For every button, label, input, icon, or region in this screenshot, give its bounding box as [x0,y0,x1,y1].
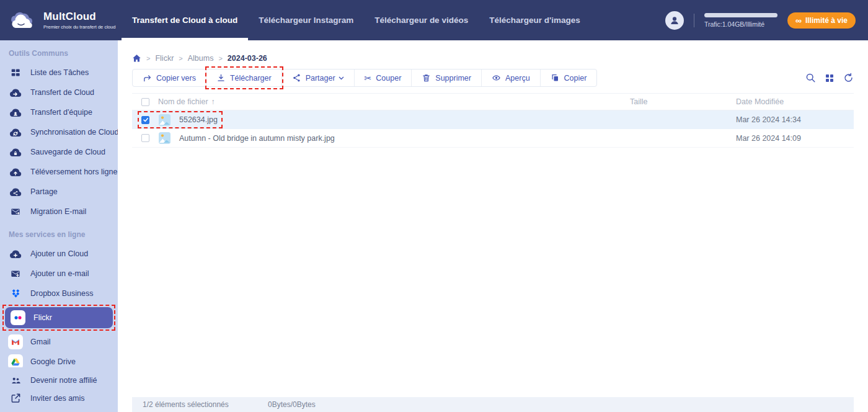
logo[interactable]: MultCloud Premier choix du transfert de … [0,11,122,30]
cloud-upload-icon [9,167,22,177]
sidebar-item-task-list[interactable]: Liste des Tâches [0,63,118,83]
toolbar-button-label: Télécharger [230,74,272,83]
sidebar-bottom: Devenir notre affilié Inviter des amis [0,367,118,412]
image-file-icon [159,114,170,126]
dropbox-icon [9,288,22,300]
user-avatar[interactable] [665,11,684,30]
sidebar-item-label: Transfert d'équipe [30,108,92,117]
filelist-header: Nom de fichier ↑ Taille Date Modifiée [132,93,854,110]
sidebar-item-share[interactable]: Partage [0,182,118,202]
status-bar: 1/2 éléments sélectionnés 0Bytes/0Bytes [132,397,854,412]
breadcrumb-flickr[interactable]: Flickr [155,54,174,63]
tab-cloud-transfer[interactable]: Transfert de Cloud à cloud [122,0,248,40]
row-checkbox[interactable] [141,134,149,142]
sidebar-item-cloud-sync[interactable]: Synchronisation de Cloud [0,122,118,142]
sidebar-item-dropbox-business[interactable]: Dropbox Business [0,284,118,303]
highlight-box-flickr: Flickr [2,305,115,331]
tab-image-downloader[interactable]: Téléchargeur d'images [479,0,591,40]
sidebar: Outils Communs Liste des Tâches Transfer… [0,40,118,412]
cloud-add-icon [9,249,22,259]
flickr-icon [11,310,25,325]
sidebar-item-team-transfer[interactable]: Transfert d'équipe [0,102,118,122]
home-icon[interactable] [132,54,141,63]
share-icon [292,73,301,83]
sidebar-item-email-migration[interactable]: Migration E-mail [0,202,118,222]
sidebar-item-affiliate[interactable]: Devenir notre affilié [0,371,118,389]
tab-video-downloader[interactable]: Téléchargeur de vidéos [364,0,479,40]
sidebar-item-flickr[interactable]: Flickr [5,307,113,328]
breadcrumb-albums[interactable]: Albums [188,54,214,63]
column-header-modified[interactable]: Date Modifiée [736,97,854,106]
toolbar-button-label: Supprimer [435,74,471,83]
sidebar-item-label: Flickr [33,313,52,322]
row-checkbox[interactable] [141,116,149,124]
copy-to-icon [143,73,152,83]
eye-icon [492,73,501,83]
file-name: Autumn - Old bridge in autumn misty park… [179,134,335,143]
infinity-icon: ∞ [795,17,802,24]
toolbar-button-label: Couper [376,74,401,83]
refresh-icon[interactable] [843,73,854,83]
column-header-name[interactable]: Nom de fichier ↑ [158,97,215,106]
sidebar-item-add-email[interactable]: Ajouter un e-mail [0,264,118,284]
traffic-meter: Trafic:1.04GB/Illimité [704,13,777,28]
copy-to-button[interactable]: Copier vers [133,69,206,86]
cut-button[interactable]: ✂ Couper [354,69,412,86]
sidebar-item-invite-friends[interactable]: Inviter des amis [0,389,118,407]
breadcrumb-separator: > [146,55,150,62]
sidebar-item-label: Ajouter un e-mail [30,269,89,278]
invite-icon [9,393,22,403]
mail-add-icon [9,269,22,279]
header-divider [694,14,694,27]
trash-icon [422,73,431,83]
sidebar-item-label: Transfert de Cloud [30,88,94,97]
sidebar-item-gmail[interactable]: Gmail [0,332,118,352]
app-title: MultCloud [43,11,115,23]
preview-button[interactable]: Aperçu [481,69,540,86]
app-tagline: Premier choix du transfert de cloud [43,24,115,30]
sidebar-item-cloud-transfer[interactable]: Transfert de Cloud [0,83,118,102]
sidebar-section-common-tools: Outils Communs [0,40,118,63]
scissors-icon: ✂ [365,74,372,83]
gmail-icon [8,334,23,349]
copy-button[interactable]: Copier [540,69,597,86]
multcloud-logo-icon [9,11,37,30]
toolbar-button-label: Aperçu [505,74,530,83]
selection-count: 1/2 éléments sélectionnés [143,400,229,409]
sidebar-item-label: Liste des Tâches [30,68,89,77]
file-row[interactable]: Autumn - Old bridge in autumn misty park… [132,129,854,148]
search-icon[interactable] [805,73,816,83]
file-modified: Mar 26 2024 14:09 [736,134,854,143]
download-icon [216,73,226,83]
breadcrumb-current: 2024-03-26 [228,54,267,63]
selection-size: 0Bytes/0Bytes [268,400,316,409]
file-row[interactable]: 552634.jpg Mar 26 2024 14:34 [132,110,854,129]
cloud-backup-icon [9,147,22,158]
sidebar-item-cloud-backup[interactable]: Sauvegarde de Cloud [0,142,118,162]
sidebar-item-offline-upload[interactable]: Téléversement hors ligne [0,162,118,182]
sidebar-item-label: Téléversement hors ligne [30,168,117,176]
sidebar-item-label: Migration E-mail [30,207,86,216]
app-header: MultCloud Premier choix du transfert de … [0,0,868,40]
share-button[interactable]: Partager [281,69,354,86]
sidebar-item-label: Dropbox Business [30,289,93,298]
person-icon [669,15,680,26]
sidebar-section-online-services: Mes services en ligne [0,222,118,244]
upgrade-button[interactable]: ∞ Illimité à vie [787,12,856,29]
breadcrumb-separator: > [218,55,222,62]
view-controls [805,73,854,83]
upgrade-label: Illimité à vie [805,16,848,25]
sidebar-item-label: Sauvegarde de Cloud [30,148,105,156]
delete-button[interactable]: Supprimer [411,69,481,86]
file-name: 552634.jpg [179,115,218,124]
sidebar-item-add-cloud[interactable]: Ajouter un Cloud [0,244,118,264]
download-button[interactable]: Télécharger [206,69,281,86]
tab-instagram-downloader[interactable]: Téléchargeur Instagram [248,0,364,40]
copy-icon [551,73,560,83]
grid-view-icon[interactable] [825,74,834,83]
toolbar-button-label: Partager [306,74,335,83]
file-toolbar: Copier vers Télécharger Partager [132,69,597,87]
column-header-size[interactable]: Taille [618,97,736,106]
sidebar-item-label: Gmail [30,338,51,346]
select-all-checkbox[interactable] [141,98,149,106]
